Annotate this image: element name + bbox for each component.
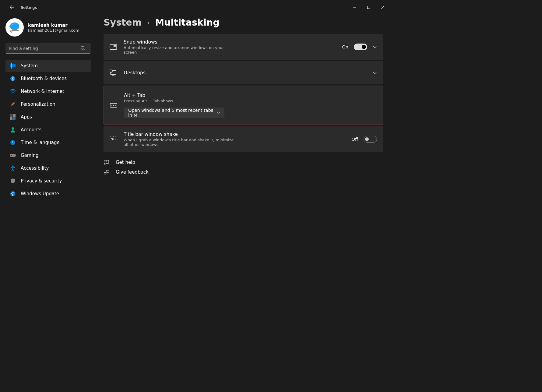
desktops-icon	[110, 69, 117, 76]
minimize-icon	[353, 5, 357, 9]
sidebar-item-accounts[interactable]: Accounts	[5, 124, 91, 136]
toggle-state-text: Off	[352, 137, 358, 142]
chevron-right-icon: ›	[147, 19, 150, 26]
brush-icon	[10, 101, 16, 107]
shake-icon	[110, 136, 117, 143]
person-icon	[10, 127, 16, 133]
close-button[interactable]	[376, 2, 390, 12]
svg-point-4	[12, 25, 13, 26]
svg-rect-8	[10, 64, 16, 67]
svg-point-21	[12, 166, 14, 167]
card-desc: Automatically resize and arrange windows…	[124, 45, 233, 55]
card-desc: Pressing Alt + Tab shows	[124, 99, 377, 103]
sidebar-item-bluetooth[interactable]: Bluetooth & devices	[5, 72, 91, 85]
feedback-icon	[104, 169, 110, 175]
desktops-card[interactable]: Desktops	[104, 61, 383, 84]
wifi-icon	[10, 88, 16, 94]
svg-point-6	[11, 31, 12, 32]
breadcrumb-parent[interactable]: System	[104, 17, 142, 28]
link-label: Get help	[116, 160, 135, 165]
snap-toggle[interactable]	[354, 44, 367, 50]
card-title: Alt + Tab	[124, 93, 377, 98]
svg-rect-24	[114, 45, 116, 47]
alttab-icon	[110, 102, 117, 109]
breadcrumb-current: Multitasking	[155, 17, 220, 28]
give-feedback-link[interactable]: Give feedback	[104, 169, 383, 175]
help-icon: ?	[104, 160, 110, 165]
nav-label: Apps	[21, 114, 32, 120]
sidebar-item-personalization[interactable]: Personalization	[5, 98, 91, 110]
nav-label: Windows Update	[21, 191, 59, 196]
svg-rect-14	[10, 117, 12, 120]
sidebar-item-update[interactable]: Windows Update	[5, 188, 91, 200]
sidebar-item-apps[interactable]: Apps	[5, 111, 91, 123]
card-desc: When I grab a window's title bar and sha…	[124, 138, 239, 147]
nav-label: Network & internet	[21, 89, 64, 94]
sidebar-item-gaming[interactable]: Gaming	[5, 149, 91, 161]
nav-label: System	[21, 63, 38, 69]
profile-name: kamlesh kumar	[28, 23, 79, 28]
accessibility-icon	[10, 165, 16, 171]
toggle-state-text: On	[342, 44, 348, 49]
svg-text:?: ?	[106, 160, 107, 163]
select-value: Open windows and 5 most recent tabs in M	[128, 108, 217, 118]
display-icon	[10, 63, 16, 69]
app-title: Settings	[21, 5, 37, 10]
back-button[interactable]	[6, 1, 18, 13]
sidebar-item-network[interactable]: Network & internet	[5, 85, 91, 97]
svg-point-33	[105, 173, 105, 174]
profile-block[interactable]: kamlesh kumar kamlesh2011@gmail.com	[5, 18, 91, 43]
nav-list: System Bluetooth & devices Network & int…	[5, 60, 91, 200]
sidebar-item-accessibility[interactable]: Accessibility	[5, 162, 91, 174]
nav-label: Gaming	[21, 153, 39, 158]
alttab-select[interactable]: Open windows and 5 most recent tabs in M	[124, 108, 224, 118]
nav-label: Privacy & security	[21, 178, 62, 184]
get-help-link[interactable]: ? Get help	[104, 160, 383, 165]
svg-point-20	[14, 155, 14, 156]
minimize-button[interactable]	[348, 2, 362, 12]
svg-point-30	[115, 105, 115, 105]
search-input[interactable]	[5, 43, 91, 54]
sidebar: kamlesh kumar kamlesh2011@gmail.com Syst…	[0, 15, 94, 283]
svg-point-2	[10, 23, 19, 30]
chevron-down-icon[interactable]	[373, 71, 377, 75]
gamepad-icon	[10, 152, 16, 158]
maximize-icon	[367, 5, 371, 9]
svg-point-28	[111, 105, 112, 105]
sidebar-item-time[interactable]: Time & language	[5, 136, 91, 149]
svg-rect-0	[368, 6, 370, 9]
svg-point-7	[81, 46, 84, 49]
svg-point-29	[113, 105, 114, 105]
svg-rect-15	[13, 117, 16, 120]
close-icon	[381, 5, 385, 9]
breadcrumb: System › Multitasking	[104, 17, 383, 28]
nav-label: Bluetooth & devices	[21, 76, 67, 81]
sidebar-item-privacy[interactable]: Privacy & security	[5, 175, 91, 187]
sidebar-item-system[interactable]: System	[5, 60, 91, 72]
svg-rect-13	[13, 114, 16, 117]
shake-toggle[interactable]	[364, 136, 377, 143]
search-box[interactable]	[5, 43, 91, 54]
nav-label: Accounts	[21, 127, 41, 132]
svg-point-16	[12, 127, 14, 130]
svg-rect-18	[10, 154, 16, 157]
svg-rect-12	[10, 114, 12, 117]
maximize-button[interactable]	[362, 2, 376, 12]
card-title: Snap windows	[124, 39, 335, 45]
svg-rect-9	[12, 68, 14, 68]
apps-icon	[10, 114, 16, 120]
svg-point-19	[11, 155, 12, 156]
alt-tab-card[interactable]: Alt + Tab Pressing Alt + Tab shows Open …	[104, 86, 383, 125]
chevron-down-icon[interactable]	[373, 45, 377, 49]
svg-point-11	[12, 93, 13, 94]
chevron-down-icon	[217, 111, 220, 115]
svg-rect-23	[110, 44, 117, 50]
main-panel: System › Multitasking Snap windows Autom…	[94, 15, 390, 283]
title-shake-card[interactable]: Title bar window shake When I grab a win…	[104, 126, 383, 152]
clock-icon	[10, 139, 16, 146]
nav-label: Time & language	[21, 140, 60, 145]
card-title: Title bar window shake	[124, 132, 345, 137]
snap-windows-card[interactable]: Snap windows Automatically resize and ar…	[104, 34, 383, 60]
search-icon	[80, 46, 85, 52]
nav-label: Accessibility	[21, 165, 49, 171]
